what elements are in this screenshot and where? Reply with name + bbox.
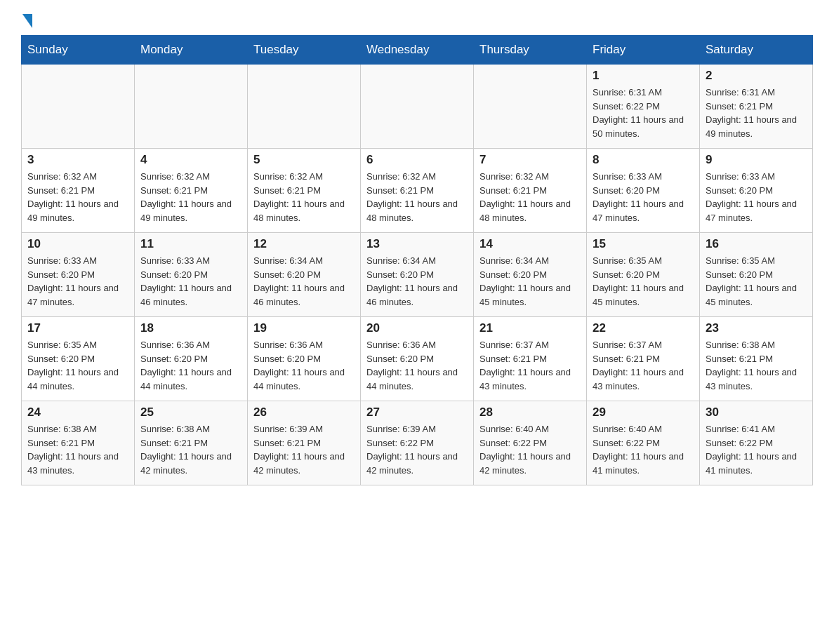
day-info: Sunrise: 6:35 AM Sunset: 6:20 PM Dayligh… <box>706 254 807 309</box>
calendar-cell: 19Sunrise: 6:36 AM Sunset: 6:20 PM Dayli… <box>248 317 361 401</box>
day-number: 3 <box>27 153 128 167</box>
day-info: Sunrise: 6:38 AM Sunset: 6:21 PM Dayligh… <box>27 422 128 477</box>
calendar-cell: 23Sunrise: 6:38 AM Sunset: 6:21 PM Dayli… <box>700 317 813 401</box>
day-info: Sunrise: 6:41 AM Sunset: 6:22 PM Dayligh… <box>706 422 807 477</box>
calendar-cell <box>248 65 361 149</box>
day-number: 26 <box>253 405 355 420</box>
day-info: Sunrise: 6:35 AM Sunset: 6:20 PM Dayligh… <box>593 254 694 309</box>
day-info: Sunrise: 6:39 AM Sunset: 6:22 PM Dayligh… <box>366 422 468 477</box>
calendar-cell: 12Sunrise: 6:34 AM Sunset: 6:20 PM Dayli… <box>248 233 361 317</box>
day-info: Sunrise: 6:32 AM Sunset: 6:21 PM Dayligh… <box>140 170 241 224</box>
day-number: 30 <box>706 405 807 420</box>
day-info: Sunrise: 6:31 AM Sunset: 6:22 PM Dayligh… <box>593 86 694 140</box>
calendar-cell: 11Sunrise: 6:33 AM Sunset: 6:20 PM Dayli… <box>135 233 248 317</box>
day-info: Sunrise: 6:34 AM Sunset: 6:20 PM Dayligh… <box>366 254 468 309</box>
calendar-cell: 25Sunrise: 6:38 AM Sunset: 6:21 PM Dayli… <box>135 401 248 485</box>
weekday-header-monday: Monday <box>135 36 248 65</box>
day-info: Sunrise: 6:36 AM Sunset: 6:20 PM Dayligh… <box>366 338 468 393</box>
day-info: Sunrise: 6:31 AM Sunset: 6:21 PM Dayligh… <box>706 86 807 140</box>
calendar-table: SundayMondayTuesdayWednesdayThursdayFrid… <box>21 35 813 485</box>
calendar-cell: 20Sunrise: 6:36 AM Sunset: 6:20 PM Dayli… <box>361 317 474 401</box>
day-info: Sunrise: 6:36 AM Sunset: 6:20 PM Dayligh… <box>140 338 241 393</box>
day-number: 15 <box>593 237 694 251</box>
day-number: 20 <box>366 321 468 335</box>
calendar-cell <box>135 65 248 149</box>
day-number: 29 <box>593 405 694 420</box>
calendar-cell <box>22 65 135 149</box>
page-header <box>21 14 813 28</box>
day-number: 18 <box>140 321 241 335</box>
calendar-cell <box>361 65 474 149</box>
logo-arrow-icon <box>22 14 32 28</box>
day-number: 17 <box>27 321 128 335</box>
calendar-cell: 14Sunrise: 6:34 AM Sunset: 6:20 PM Dayli… <box>474 233 587 317</box>
day-number: 23 <box>706 321 807 335</box>
logo <box>21 14 32 28</box>
week-row-3: 10Sunrise: 6:33 AM Sunset: 6:20 PM Dayli… <box>22 233 813 317</box>
calendar-cell: 22Sunrise: 6:37 AM Sunset: 6:21 PM Dayli… <box>587 317 700 401</box>
day-number: 6 <box>366 153 468 167</box>
day-number: 4 <box>140 153 241 167</box>
day-number: 28 <box>479 405 581 420</box>
day-info: Sunrise: 6:33 AM Sunset: 6:20 PM Dayligh… <box>27 254 128 309</box>
day-info: Sunrise: 6:32 AM Sunset: 6:21 PM Dayligh… <box>253 170 355 224</box>
calendar-cell <box>474 65 587 149</box>
calendar-cell: 10Sunrise: 6:33 AM Sunset: 6:20 PM Dayli… <box>22 233 135 317</box>
day-number: 25 <box>140 405 241 420</box>
calendar-cell: 4Sunrise: 6:32 AM Sunset: 6:21 PM Daylig… <box>135 149 248 233</box>
day-info: Sunrise: 6:40 AM Sunset: 6:22 PM Dayligh… <box>593 422 694 477</box>
day-info: Sunrise: 6:35 AM Sunset: 6:20 PM Dayligh… <box>27 338 128 393</box>
calendar-cell: 13Sunrise: 6:34 AM Sunset: 6:20 PM Dayli… <box>361 233 474 317</box>
calendar-cell: 6Sunrise: 6:32 AM Sunset: 6:21 PM Daylig… <box>361 149 474 233</box>
calendar-cell: 27Sunrise: 6:39 AM Sunset: 6:22 PM Dayli… <box>361 401 474 485</box>
day-number: 19 <box>253 321 355 335</box>
calendar-cell: 3Sunrise: 6:32 AM Sunset: 6:21 PM Daylig… <box>22 149 135 233</box>
day-number: 1 <box>593 69 694 83</box>
weekday-header-saturday: Saturday <box>700 36 813 65</box>
week-row-5: 24Sunrise: 6:38 AM Sunset: 6:21 PM Dayli… <box>22 401 813 485</box>
day-number: 10 <box>27 237 128 251</box>
day-info: Sunrise: 6:38 AM Sunset: 6:21 PM Dayligh… <box>140 422 241 477</box>
day-info: Sunrise: 6:36 AM Sunset: 6:20 PM Dayligh… <box>253 338 355 393</box>
day-info: Sunrise: 6:37 AM Sunset: 6:21 PM Dayligh… <box>479 338 581 393</box>
calendar-cell: 24Sunrise: 6:38 AM Sunset: 6:21 PM Dayli… <box>22 401 135 485</box>
day-number: 12 <box>253 237 355 251</box>
calendar-cell: 21Sunrise: 6:37 AM Sunset: 6:21 PM Dayli… <box>474 317 587 401</box>
calendar-cell: 15Sunrise: 6:35 AM Sunset: 6:20 PM Dayli… <box>587 233 700 317</box>
calendar-cell: 9Sunrise: 6:33 AM Sunset: 6:20 PM Daylig… <box>700 149 813 233</box>
day-info: Sunrise: 6:38 AM Sunset: 6:21 PM Dayligh… <box>706 338 807 393</box>
day-number: 9 <box>706 153 807 167</box>
calendar-cell: 29Sunrise: 6:40 AM Sunset: 6:22 PM Dayli… <box>587 401 700 485</box>
day-info: Sunrise: 6:33 AM Sunset: 6:20 PM Dayligh… <box>706 170 807 224</box>
day-info: Sunrise: 6:34 AM Sunset: 6:20 PM Dayligh… <box>479 254 581 309</box>
calendar-cell: 7Sunrise: 6:32 AM Sunset: 6:21 PM Daylig… <box>474 149 587 233</box>
day-number: 8 <box>593 153 694 167</box>
weekday-header-sunday: Sunday <box>22 36 135 65</box>
day-number: 2 <box>706 69 807 83</box>
calendar-cell: 30Sunrise: 6:41 AM Sunset: 6:22 PM Dayli… <box>700 401 813 485</box>
day-info: Sunrise: 6:37 AM Sunset: 6:21 PM Dayligh… <box>593 338 694 393</box>
day-number: 22 <box>593 321 694 335</box>
day-number: 27 <box>366 405 468 420</box>
week-row-2: 3Sunrise: 6:32 AM Sunset: 6:21 PM Daylig… <box>22 149 813 233</box>
calendar-cell: 17Sunrise: 6:35 AM Sunset: 6:20 PM Dayli… <box>22 317 135 401</box>
week-row-4: 17Sunrise: 6:35 AM Sunset: 6:20 PM Dayli… <box>22 317 813 401</box>
day-number: 5 <box>253 153 355 167</box>
day-info: Sunrise: 6:39 AM Sunset: 6:21 PM Dayligh… <box>253 422 355 477</box>
calendar-cell: 2Sunrise: 6:31 AM Sunset: 6:21 PM Daylig… <box>700 65 813 149</box>
day-info: Sunrise: 6:33 AM Sunset: 6:20 PM Dayligh… <box>140 254 241 309</box>
calendar-cell: 1Sunrise: 6:31 AM Sunset: 6:22 PM Daylig… <box>587 65 700 149</box>
day-number: 24 <box>27 405 128 420</box>
weekday-header-thursday: Thursday <box>474 36 587 65</box>
calendar-cell: 5Sunrise: 6:32 AM Sunset: 6:21 PM Daylig… <box>248 149 361 233</box>
calendar-cell: 28Sunrise: 6:40 AM Sunset: 6:22 PM Dayli… <box>474 401 587 485</box>
day-number: 14 <box>479 237 581 251</box>
day-info: Sunrise: 6:40 AM Sunset: 6:22 PM Dayligh… <box>479 422 581 477</box>
calendar-cell: 26Sunrise: 6:39 AM Sunset: 6:21 PM Dayli… <box>248 401 361 485</box>
day-info: Sunrise: 6:32 AM Sunset: 6:21 PM Dayligh… <box>366 170 468 224</box>
calendar-cell: 18Sunrise: 6:36 AM Sunset: 6:20 PM Dayli… <box>135 317 248 401</box>
week-row-1: 1Sunrise: 6:31 AM Sunset: 6:22 PM Daylig… <box>22 65 813 149</box>
day-number: 13 <box>366 237 468 251</box>
day-info: Sunrise: 6:33 AM Sunset: 6:20 PM Dayligh… <box>593 170 694 224</box>
day-number: 11 <box>140 237 241 251</box>
